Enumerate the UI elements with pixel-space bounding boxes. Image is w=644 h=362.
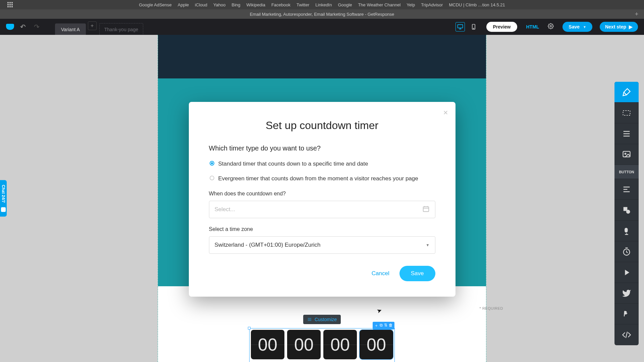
modal-actions: Cancel Save (209, 266, 435, 281)
radio-evergreen-timer[interactable]: Evergreen timer that counts down from th… (209, 174, 435, 183)
bookmark-bar: Google AdSense Apple iCloud Yahoo Bing W… (0, 0, 644, 9)
bookmark-link[interactable]: iCloud (195, 2, 207, 7)
bookmark-link[interactable]: Bing (232, 2, 240, 7)
editor-workspace: * REQUIRED Customize 00 DAYS 00 HOURS 00… (0, 35, 644, 362)
radio-standard-timer[interactable]: Standard timer that counts down to a spe… (209, 160, 435, 168)
svg-point-3 (550, 25, 552, 27)
timezone-value: Switzerland - (GMT+01:00) Europe/Zurich (215, 242, 321, 248)
bookmark-link[interactable]: The Weather Channel (358, 2, 400, 7)
bookmark-link[interactable]: Yahoo (213, 2, 226, 7)
bookmark-link[interactable]: Yelp (407, 2, 415, 7)
html-view-link[interactable]: HTML (526, 24, 539, 29)
next-step-label: Next step (605, 24, 626, 29)
timezone-label: Select a time zone (209, 226, 435, 232)
save-button-label: Save (569, 24, 580, 29)
chevron-right-icon: ▶ (629, 24, 633, 29)
radio-standard-label: Standard timer that counts down to a spe… (218, 160, 368, 168)
svg-point-2 (473, 28, 474, 29)
modal-question: Which timer type do you want to use? (209, 144, 435, 152)
svg-rect-0 (458, 24, 463, 28)
modal-overlay: × Set up countdown timer Which timer typ… (0, 35, 644, 362)
bookmark-link[interactable]: Google AdSense (139, 2, 172, 7)
tab-variant-a[interactable]: Variant A (55, 23, 86, 35)
bookmark-link[interactable]: TripAdvisor (421, 2, 443, 7)
bookmark-link[interactable]: MCDU | Climb …tion 14.5.21 (449, 2, 505, 7)
next-step-button[interactable]: Next step ▶ (600, 22, 638, 32)
calendar-icon (422, 205, 430, 214)
end-date-label: When does the countdown end? (209, 191, 435, 197)
svg-rect-11 (423, 206, 429, 212)
bookmark-link[interactable]: Facebook (271, 2, 290, 7)
editor-tabs: Variant A + Thank-you page (55, 19, 143, 35)
mobile-view-icon[interactable] (469, 22, 478, 32)
chevron-down-icon: ▼ (583, 25, 586, 29)
end-date-placeholder: Select... (215, 206, 235, 213)
desktop-view-icon[interactable] (455, 22, 465, 32)
apps-grid-icon[interactable] (7, 2, 13, 7)
app-logo-icon[interactable] (6, 24, 14, 30)
end-date-input[interactable]: Select... (209, 201, 435, 218)
title-bar: Email Marketing, Autoresponder, Email Ma… (0, 9, 644, 19)
settings-icon[interactable] (548, 23, 554, 31)
close-icon[interactable]: × (443, 108, 448, 117)
bookmark-link[interactable]: Google (338, 2, 352, 7)
chevron-down-icon: ▼ (426, 243, 430, 247)
redo-icon[interactable]: ↷ (32, 23, 42, 31)
app-toolbar: ↶ ↷ Variant A + Thank-you page Preview H… (0, 19, 644, 35)
bookmark-link[interactable]: Twitter (297, 2, 309, 7)
new-tab-button[interactable]: + (632, 9, 641, 19)
preview-button[interactable]: Preview (486, 22, 518, 32)
bookmark-link[interactable]: Wikipedia (247, 2, 265, 7)
radio-evergreen-label: Evergreen timer that counts down from th… (218, 174, 418, 183)
bookmark-link[interactable]: Apple (178, 2, 189, 7)
bookmark-link[interactable]: LinkedIn (315, 2, 332, 7)
cancel-button[interactable]: Cancel (372, 270, 389, 277)
timezone-select[interactable]: Switzerland - (GMT+01:00) Europe/Zurich … (209, 236, 435, 254)
window-title: Email Marketing, Autoresponder, Email Ma… (250, 12, 394, 17)
countdown-settings-modal: × Set up countdown timer Which timer typ… (189, 102, 455, 297)
save-button[interactable]: Save ▼ (562, 22, 592, 32)
radio-on-icon (210, 161, 214, 166)
modal-title: Set up countdown timer (209, 119, 435, 132)
undo-icon[interactable]: ↶ (18, 23, 28, 31)
modal-save-button[interactable]: Save (399, 266, 435, 281)
tab-thank-you[interactable]: Thank-you page (99, 23, 143, 35)
radio-off-icon (210, 176, 214, 180)
add-variant-button[interactable]: + (88, 21, 97, 30)
